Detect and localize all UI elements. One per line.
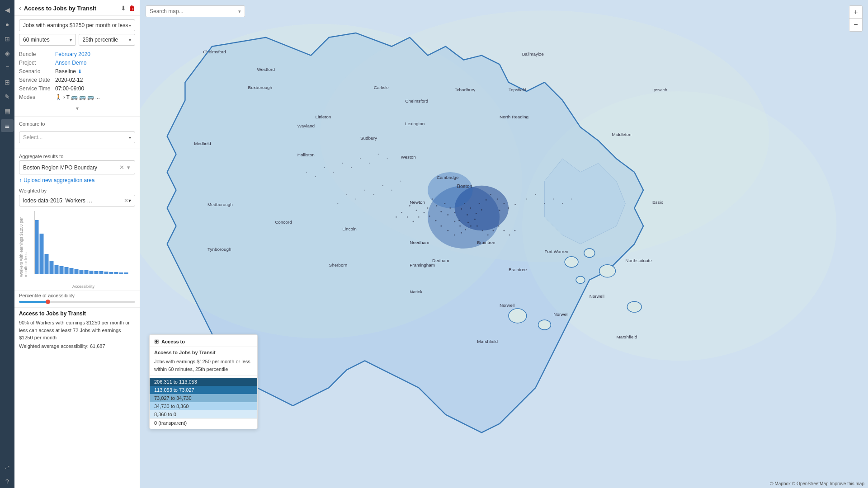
legend-item-3: 73,027 to 34,730 <box>150 394 257 402</box>
compare-to-dropdown[interactable]: Select... ▾ <box>19 131 135 143</box>
aggregate-row: Boston Region MPO Boundary ✕ ▾ <box>14 160 140 176</box>
panel-delete-button[interactable]: 🗑 <box>129 5 135 12</box>
svg-text:Natick: Natick <box>410 289 422 294</box>
map-search-input[interactable] <box>150 8 238 14</box>
zoom-in-button[interactable]: + <box>849 6 862 19</box>
percentile-slider-track[interactable] <box>19 301 135 303</box>
svg-point-44 <box>470 207 471 209</box>
weighted-by-clear-icon[interactable]: ✕ <box>124 197 128 204</box>
bundle-label: Bundle <box>19 51 55 57</box>
svg-text:Norwell: Norwell <box>500 303 514 308</box>
weighted-by-left: lodes-data-2015: Workers with earnin... <box>23 197 124 204</box>
nav-transfer-icon[interactable]: ⇌ <box>1 461 14 474</box>
svg-point-80 <box>562 203 563 204</box>
svg-point-103 <box>418 216 420 218</box>
stats-title: Access to Jobs by Transit <box>19 310 135 317</box>
svg-text:Boxborough: Boxborough <box>248 85 273 90</box>
upload-label: Upload new aggregation area <box>24 177 94 183</box>
svg-text:Topsfield: Topsfield <box>509 87 526 92</box>
svg-text:Wayland: Wayland <box>297 123 315 128</box>
svg-point-90 <box>315 176 316 177</box>
nav-layers-icon[interactable]: ⊞ <box>1 33 14 45</box>
upload-icon: ↑ <box>19 177 22 183</box>
legend-item-4: 34,730 to 8,360 <box>150 402 257 410</box>
svg-point-93 <box>459 225 461 227</box>
svg-point-114 <box>509 235 510 236</box>
nav-map-pin-icon[interactable]: ◈ <box>1 47 14 60</box>
left-navigation: ◀ ● ⊞ ◈ ≡ ⊞ ✎ ▦ ≣ ⇌ ? <box>0 0 14 488</box>
time-dropdown-value: 60 minutes <box>23 37 50 43</box>
svg-point-72 <box>364 190 365 191</box>
weighted-by-label: Weighted by <box>14 186 140 195</box>
svg-point-67 <box>514 204 516 205</box>
weighted-by-chevron-icon[interactable]: ▾ <box>128 197 131 204</box>
nav-apps-icon[interactable]: ⊞ <box>1 76 14 89</box>
svg-point-104 <box>413 221 414 222</box>
svg-text:Medfield: Medfield <box>194 141 211 146</box>
svg-rect-1 <box>40 234 44 274</box>
svg-text:Braintree: Braintree <box>477 240 495 245</box>
map-tooltip: ⊞ Access to Access to Jobs by Transit Jo… <box>149 334 258 429</box>
nav-lines-icon[interactable]: ≣ <box>1 119 14 132</box>
walk-icon: 🚶 <box>55 94 62 100</box>
modes-value: 🚶 › T 🚌 🚌 🚌 ... <box>55 94 100 100</box>
svg-point-109 <box>482 230 483 231</box>
svg-text:Northscituate: Northscituate <box>625 258 652 263</box>
weighted-by-dropdown[interactable]: lodes-data-2015: Workers with earnin... … <box>19 195 135 206</box>
svg-text:Littleton: Littleton <box>316 114 331 119</box>
svg-point-57 <box>436 205 437 206</box>
svg-rect-17 <box>119 272 123 274</box>
svg-point-105 <box>407 216 408 218</box>
earnings-dropdown[interactable]: Jobs with earnings $1250 per month or le… <box>19 19 135 31</box>
nav-help-icon[interactable]: ? <box>1 475 14 488</box>
nav-circle-icon[interactable]: ● <box>1 18 14 31</box>
nav-pencil-icon[interactable]: ✎ <box>1 90 14 103</box>
map-search-bar[interactable]: ▾ <box>146 5 245 17</box>
project-value[interactable]: Anson Demo <box>55 60 86 66</box>
nav-back-icon[interactable]: ◀ <box>1 4 14 16</box>
bundle-row: Bundle February 2020 <box>19 51 135 57</box>
legend-label-1: 206,311 to 113,053 <box>154 379 197 385</box>
bus-icon-3: 🚌 <box>87 94 94 100</box>
transit-t-icon: T <box>66 94 70 100</box>
scenario-value: Baseline ⬇ <box>55 68 82 75</box>
stats-section: Access to Jobs by Transit 90% of Workers… <box>14 307 140 352</box>
svg-rect-3 <box>50 261 54 274</box>
svg-point-37 <box>509 309 527 323</box>
expand-button[interactable]: ▾ <box>14 104 140 113</box>
svg-point-97 <box>454 235 455 236</box>
panel-download-button[interactable]: ⬇ <box>121 5 126 12</box>
svg-point-91 <box>306 172 307 173</box>
panel-header-actions: ⬇ 🗑 <box>121 5 135 12</box>
percentile-dropdown[interactable]: 25th percentile ▾ <box>79 34 136 46</box>
aggregate-chevron-icon[interactable]: ▾ <box>126 163 131 172</box>
bus-icon-2: 🚌 <box>79 94 86 100</box>
svg-rect-7 <box>70 268 74 274</box>
panel-back-button[interactable]: ‹ <box>19 5 21 12</box>
scenario-text: Baseline <box>55 68 76 75</box>
svg-point-89 <box>324 167 325 168</box>
percentile-slider-thumb[interactable] <box>46 300 50 304</box>
nav-list-icon[interactable]: ≡ <box>1 61 14 74</box>
tooltip-subtitle: Jobs with earnings $1250 per month or le… <box>154 358 253 374</box>
map-search-chevron[interactable]: ▾ <box>238 9 241 14</box>
svg-point-111 <box>493 230 494 231</box>
svg-point-47 <box>464 203 465 204</box>
svg-point-94 <box>465 229 466 230</box>
bundle-value[interactable]: February 2020 <box>55 51 90 57</box>
compare-to-placeholder: Select... <box>23 134 42 141</box>
time-dropdown[interactable]: 60 minutes ▾ <box>19 34 76 46</box>
svg-point-42 <box>467 214 468 216</box>
upload-aggregation-button[interactable]: ↑ Upload new aggregation area <box>14 176 140 186</box>
scenario-download-icon[interactable]: ⬇ <box>78 69 82 75</box>
svg-point-113 <box>504 230 505 231</box>
legend-item-1: 206,311 to 113,053 <box>150 378 257 386</box>
svg-point-79 <box>553 199 554 200</box>
zoom-out-button[interactable]: − <box>849 19 862 31</box>
service-time-row: Service Time 07:00-09:00 <box>19 85 135 92</box>
aggregate-clear-icon[interactable]: ✕ <box>118 163 125 172</box>
panel-header: ‹ Access to Jobs by Transit ⬇ 🗑 <box>14 0 140 16</box>
nav-chart-icon[interactable]: ▦ <box>1 105 14 117</box>
svg-text:Lexington: Lexington <box>405 121 425 126</box>
aggregate-dropdown[interactable]: Boston Region MPO Boundary ✕ ▾ <box>19 160 135 174</box>
